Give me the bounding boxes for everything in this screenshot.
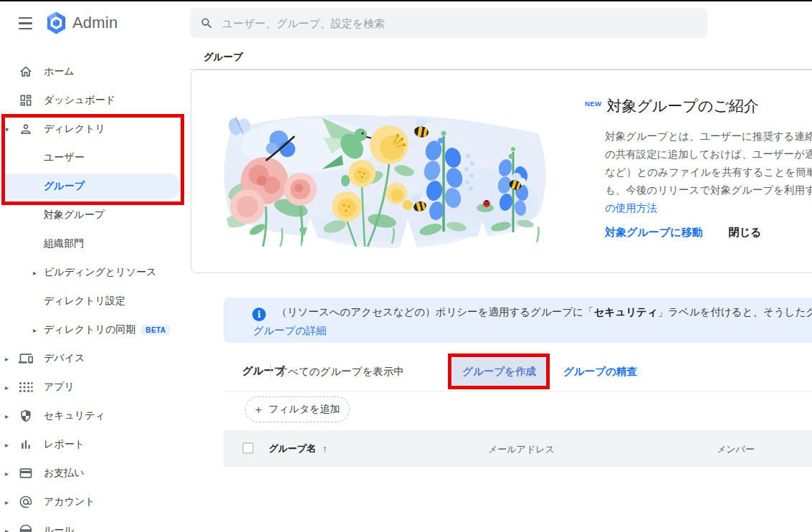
chevron-right-icon: ▸ (33, 269, 37, 277)
sidebar-item-org-units[interactable]: 組織部門 (0, 229, 189, 258)
search-bar[interactable] (190, 8, 707, 38)
new-badge: NEW (585, 100, 601, 108)
promo-body-line: 対象グループとは、ユーザーに推奨する連絡先をまとめたグループです。対象グループを… (605, 128, 812, 146)
group-details-link[interactable]: グループの詳細 (253, 324, 327, 338)
sidebar-item-account[interactable]: ▸ アカウント (0, 488, 189, 516)
window-top-edge (0, 0, 812, 1)
sidebar-item-directory[interactable]: ▾ ディレクトリ (0, 115, 189, 143)
inspect-groups-link[interactable]: グループの精査 (563, 365, 637, 379)
chevron-right-icon: ▸ (5, 527, 9, 532)
info-banner: i （リソースへのアクセスなどの）ポリシーを適用するグループに「セキュリティ」ラ… (224, 298, 812, 343)
at-sign-icon (19, 495, 33, 509)
sidebar-item-label: レポート (44, 438, 85, 451)
sidebar-item-devices[interactable]: ▸ デバイス (0, 344, 189, 373)
garden-illustration (216, 106, 553, 250)
promo-body-line: など）とのみファイルを共有することを簡単に推奨できるようになります。ドライブ以外… (605, 163, 812, 181)
sidebar-item-label: お支払い (44, 467, 85, 480)
go-to-target-groups-link[interactable]: 対象グループに移動 (605, 226, 702, 239)
sidebar-item-directory-settings[interactable]: ディレクトリ設定 (0, 287, 189, 315)
chevron-right-icon: ▸ (5, 441, 9, 449)
sidebar-item-billing[interactable]: ▸ お支払い (0, 459, 189, 488)
sidebar-item-label: 組織部門 (44, 237, 84, 250)
promo-body-line: の共有設定に追加しておけば、ユーザーが適切なユーザー（組織内の特定の部署のメンバ… (605, 146, 812, 163)
rules-icon (19, 523, 33, 532)
add-filter-label: フィルタを追加 (269, 403, 340, 416)
sort-ascending-icon: ↑ (323, 443, 328, 454)
chevron-right-icon: ▸ (5, 355, 9, 363)
shield-icon (19, 409, 33, 423)
info-banner-text: （リソースへのアクセスなどの）ポリシーを適用するグループに「セキュリティ」ラベル… (277, 305, 812, 319)
select-all-checkbox[interactable] (242, 442, 254, 454)
column-header-group-name[interactable]: グループ名↑ (269, 442, 327, 455)
app-name: Admin (72, 14, 118, 32)
search-input[interactable] (222, 17, 697, 29)
chevron-right-icon: ▸ (5, 470, 9, 478)
devices-icon (19, 351, 33, 366)
bar-chart-icon (19, 437, 33, 452)
sidebar-item-reports[interactable]: ▸ レポート (0, 430, 189, 459)
chevron-right-icon: ▸ (5, 498, 9, 506)
promo-body: 対象グループとは、ユーザーに推奨する連絡先をまとめたグループです。対象グループを… (605, 128, 812, 217)
apps-icon (19, 380, 33, 394)
beta-badge: BETA (141, 325, 170, 336)
sidebar-item-groups[interactable]: グループ (0, 172, 189, 201)
promo-body-line: も、今後のリリースで対象グループを利用するサービスは増える予定です。対象グループ (605, 181, 812, 199)
chevron-right-icon: ▸ (5, 412, 9, 420)
chevron-right-icon: ▸ (5, 384, 9, 391)
sidebar-item-label: ディレクトリ設定 (44, 295, 125, 308)
dashboard-icon (19, 93, 33, 108)
create-group-button[interactable]: グループを作成 (452, 357, 546, 386)
chevron-right-icon: ▸ (33, 326, 37, 334)
add-filter-button[interactable]: + フィルタを追加 (245, 396, 350, 422)
sidebar-item-label: アプリ (44, 381, 75, 394)
sidebar-item-rules[interactable]: ▸ ルール (0, 516, 189, 532)
chevron-down-icon: ▾ (5, 125, 9, 133)
groups-table-header: グループ名↑ メールアドレス メンバー (224, 430, 812, 467)
sidebar-item-label: ディレクトリの同期BETA (44, 323, 170, 336)
column-header-members[interactable]: メンバー (717, 443, 755, 456)
sidebar-item-buildings-resources[interactable]: ▸ ビルディングとリソース (0, 258, 189, 287)
column-header-email[interactable]: メールアドレス (488, 443, 555, 456)
sidebar-item-security[interactable]: ▸ セキュリティ (0, 402, 189, 430)
sidebar-item-target-groups[interactable]: 対象グループ (0, 201, 189, 229)
sidebar-item-label: ビルディングとリソース (44, 266, 156, 279)
sidebar-item-label: デバイス (44, 352, 85, 365)
sidebar-item-apps[interactable]: ▸ アプリ (0, 373, 189, 402)
sidebar-item-label: 対象グループ (44, 209, 105, 222)
google-admin-logo-icon[interactable] (45, 11, 67, 38)
sidebar-item-label: ダッシュボード (44, 94, 115, 107)
page-title: グループ (204, 51, 243, 64)
selected-pill (4, 174, 181, 199)
promo-title: 対象グループのご紹介 (606, 96, 758, 116)
divider (224, 391, 812, 391)
sidebar-nav: ホーム ダッシュボード ▾ ディレクトリ ユーザー グループ 対象グループ 組織… (0, 57, 189, 532)
usage-link[interactable]: の使用方法 (605, 199, 812, 217)
admin-console-window: Admin グループ ホーム ダッシュボード ▾ ディレクトリ ユーザー グルー… (0, 0, 812, 532)
sidebar-item-home[interactable]: ホーム (0, 57, 189, 86)
promo-banner-card: NEW 対象グループのご紹介 対象グループとは、ユーザーに推奨する連絡先をまとめ… (191, 70, 812, 273)
sidebar-item-label: ホーム (44, 65, 75, 78)
search-icon (200, 16, 214, 30)
groups-filter-status: すべてのグループを表示中 (277, 365, 404, 379)
credit-card-icon (19, 466, 33, 480)
sidebar-item-dashboard[interactable]: ダッシュボード (0, 86, 189, 115)
sidebar-item-label: ディレクトリ (44, 123, 105, 136)
person-icon (19, 122, 33, 136)
toolbar-separator (270, 363, 271, 377)
sidebar-item-label: ルール (44, 524, 75, 532)
sidebar-item-label: セキュリティ (44, 409, 105, 422)
sidebar-item-directory-sync[interactable]: ▸ ディレクトリの同期BETA (0, 315, 189, 344)
plus-icon: + (255, 404, 262, 416)
sidebar-item-users[interactable]: ユーザー (0, 143, 189, 172)
info-icon: i (252, 308, 266, 321)
sidebar-item-label: アカウント (44, 495, 95, 508)
sidebar-item-label: ユーザー (44, 151, 85, 164)
dismiss-promo-link[interactable]: 閉じる (728, 226, 761, 239)
hamburger-menu-icon[interactable] (19, 17, 32, 29)
home-icon (19, 65, 33, 79)
sidebar-item-label: グループ (44, 180, 85, 193)
